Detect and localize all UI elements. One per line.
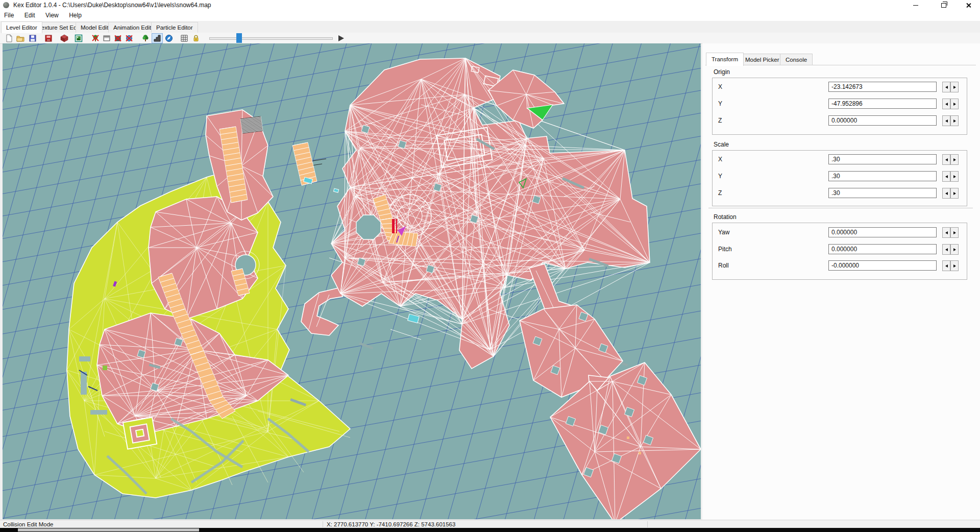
texture-image-icon [75, 34, 83, 42]
scale-y-label: Y [718, 173, 722, 180]
viewport-panel-icon [103, 34, 111, 42]
place-tree-button[interactable] [140, 33, 151, 43]
origin-y-increment[interactable] [950, 99, 959, 109]
rotation-roll-increment[interactable] [950, 260, 959, 271]
tab-level-editor[interactable]: Level Editor [1, 21, 42, 33]
origin-x-input[interactable] [828, 82, 937, 92]
scale-x-label: X [718, 156, 722, 163]
right-arrow-icon [953, 175, 956, 178]
right-arrow-icon [953, 264, 956, 268]
new-file-button[interactable] [4, 33, 14, 43]
panel-tab-model-picker[interactable]: Model Picker [740, 54, 785, 65]
level-scene [3, 43, 701, 519]
right-arrow-icon [953, 248, 956, 251]
place-tree-icon [141, 34, 150, 42]
rotation-yaw-decrement[interactable] [942, 227, 950, 238]
menu-help[interactable]: Help [65, 10, 86, 20]
toolbar-slider-handle[interactable] [236, 33, 242, 43]
map-viewport[interactable] [3, 43, 701, 519]
geometry-cube-icon [60, 34, 68, 42]
origin-z-input[interactable] [828, 115, 937, 126]
scale-y-increment[interactable] [950, 171, 959, 182]
status-divider [647, 521, 648, 527]
right-arrow-icon [953, 119, 956, 123]
left-arrow-icon [945, 119, 948, 123]
scale-x-increment[interactable] [950, 154, 959, 165]
rotation-roll-decrement[interactable] [942, 260, 950, 271]
editor-tab-strip: Level Editor Texture Set Editor Model Ed… [0, 21, 980, 33]
grid-toggle-button[interactable] [179, 33, 189, 43]
rotation-roll-input[interactable] [828, 260, 937, 271]
origin-y-decrement[interactable] [942, 99, 950, 109]
rotation-pitch-label: Pitch [718, 246, 732, 253]
texture-image-button[interactable] [74, 33, 84, 43]
right-arrow-icon [953, 231, 956, 234]
delete-sphere-button[interactable] [124, 33, 134, 43]
collision-mode-button[interactable] [152, 33, 163, 43]
save-map-button[interactable] [43, 33, 54, 43]
panel-tab-console[interactable]: Console [780, 54, 813, 65]
scale-x-decrement[interactable] [942, 154, 950, 165]
rotation-pitch-input[interactable] [828, 244, 937, 254]
scale-z-increment[interactable] [950, 188, 959, 199]
scale-y-decrement[interactable] [942, 171, 950, 182]
rotation-yaw-label: Yaw [718, 229, 729, 236]
save-icon [29, 34, 37, 42]
left-arrow-icon [945, 192, 948, 195]
origin-y-input[interactable] [828, 99, 937, 109]
delete-tree-icon [91, 34, 100, 42]
restore-button[interactable] [932, 0, 955, 10]
delete-sphere-icon [125, 34, 133, 42]
delete-box-button[interactable] [113, 33, 123, 43]
play-button[interactable] [336, 34, 346, 43]
origin-x-label: X [718, 83, 722, 90]
geometry-cube-button[interactable] [59, 33, 69, 43]
open-folder-icon [16, 34, 24, 42]
origin-x-decrement[interactable] [942, 82, 950, 92]
delete-box-icon [114, 34, 122, 42]
properties-panel: Transform Model Picker Console Origin X … [702, 43, 980, 520]
lock-icon [192, 34, 200, 42]
scale-z-input[interactable] [828, 188, 937, 198]
origin-z-decrement[interactable] [942, 115, 950, 126]
viewport-panel-button[interactable] [102, 33, 112, 43]
scale-x-input[interactable] [828, 154, 937, 164]
save-map-icon [44, 34, 53, 42]
navigate-compass-icon [165, 34, 173, 42]
minimize-icon [913, 5, 918, 6]
origin-y-label: Y [718, 100, 722, 107]
close-icon [966, 3, 971, 8]
grid-toggle-icon [180, 34, 188, 42]
close-button[interactable] [957, 0, 980, 10]
navigate-compass-button[interactable] [164, 33, 174, 43]
left-arrow-icon [945, 86, 948, 89]
right-arrow-icon [953, 103, 956, 106]
open-folder-button[interactable] [15, 33, 26, 43]
rotation-yaw-increment[interactable] [950, 227, 959, 238]
rotation-pitch-decrement[interactable] [942, 244, 950, 255]
menu-edit[interactable]: Edit [20, 10, 39, 20]
origin-x-increment[interactable] [950, 82, 959, 92]
rotation-pitch-increment[interactable] [950, 244, 959, 255]
scale-y-input[interactable] [828, 171, 937, 181]
lock-button[interactable] [191, 33, 201, 43]
toolbar-slider-track[interactable] [209, 37, 333, 40]
scale-z-decrement[interactable] [942, 188, 950, 199]
origin-z-label: Z [718, 117, 722, 124]
left-arrow-icon [945, 231, 948, 234]
play-icon [336, 34, 346, 43]
right-arrow-icon [953, 158, 956, 161]
scale-z-label: Z [718, 189, 722, 197]
delete-tree-button[interactable] [90, 33, 101, 43]
left-arrow-icon [945, 103, 948, 106]
section-divider [708, 208, 973, 208]
menu-view[interactable]: View [41, 10, 63, 20]
menu-file[interactable]: File [0, 10, 18, 20]
origin-z-increment[interactable] [950, 115, 959, 126]
right-arrow-icon [953, 86, 956, 89]
panel-tab-transform[interactable]: Transform [706, 53, 744, 66]
rotation-yaw-input[interactable] [828, 227, 937, 237]
minimize-button[interactable] [904, 0, 927, 10]
save-button[interactable] [28, 33, 38, 43]
tab-particle-editor[interactable]: Particle Editor [151, 22, 198, 33]
